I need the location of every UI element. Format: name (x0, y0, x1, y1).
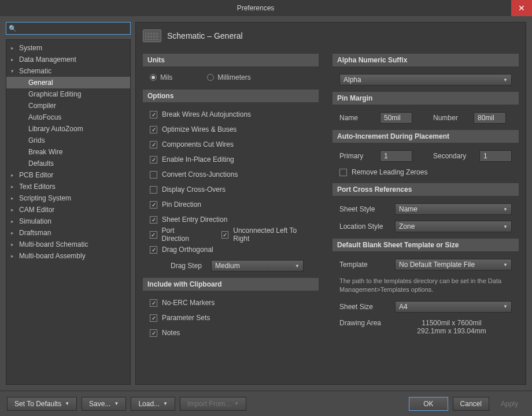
section-port-cross: Port Cross References (332, 183, 519, 196)
label-optimize: Optimize Wires & Buses (162, 125, 237, 133)
left-column: Units Mils Millimeters Options Break Wir… (143, 51, 319, 339)
checkbox-convert-cross[interactable] (150, 171, 157, 179)
cancel-button[interactable]: Cancel (453, 397, 489, 411)
tree-label: AutoFocus (27, 113, 61, 121)
search-input[interactable] (19, 24, 128, 32)
tree-item-multi-board-schematic[interactable]: ▸Multi-board Schematic (6, 239, 130, 250)
label-secondary: Secondary (433, 152, 474, 160)
checkbox-port-dir[interactable] (150, 231, 157, 239)
import-button[interactable]: Import From...▼ (180, 397, 246, 411)
label-inplace: Enable In-Place Editing (162, 155, 234, 164)
footer-bar: Set To Defaults▼ Save...▼ Load...▼ Impor… (0, 391, 532, 416)
checkbox-pin-dir[interactable] (150, 201, 157, 209)
units-radio-row: Mils Millimeters (143, 72, 319, 83)
tree-item-schematic[interactable]: ▾Schematic (6, 65, 130, 77)
tree-item-system[interactable]: ▸System (6, 42, 130, 54)
drawing-area-values: 11500mil x 7600mil 292.1mm x 193.04mm (391, 319, 512, 335)
tree-item-graphical-editing[interactable]: Graphical Editing (6, 88, 130, 100)
dropdown-alpha-suffix[interactable]: Alpha ▼ (339, 74, 512, 86)
label-drag-orth: Drag Orthogonal (162, 246, 213, 254)
sheet-style-value: Name (399, 205, 418, 213)
tree-item-grids[interactable]: Grids (6, 135, 130, 146)
dropdown-location-style[interactable]: Zone ▼ (395, 221, 512, 232)
chevron-down-icon: ▼ (503, 77, 508, 83)
dropdown-sheet-style[interactable]: Name ▼ (395, 203, 512, 215)
label-location-style: Location Style (339, 222, 389, 231)
tree-item-text-editors[interactable]: ▸Text Editors (6, 181, 130, 192)
tree-item-cam-editor[interactable]: ▸CAM Editor (6, 204, 130, 216)
chevron-down-icon: ▼ (295, 263, 300, 269)
checkbox-display-cross[interactable] (150, 186, 157, 194)
tree-label: Draftsman (18, 229, 51, 237)
input-pm-number[interactable] (474, 112, 506, 124)
checkbox-inplace[interactable] (150, 156, 157, 164)
checkbox-drag-orth[interactable] (150, 246, 157, 254)
input-pm-name[interactable] (380, 112, 412, 124)
apply-button[interactable]: Apply (494, 397, 525, 411)
tree-item-defaults[interactable]: Defaults (6, 158, 130, 169)
label-sheet-size: Sheet Size (339, 303, 389, 311)
columns: Units Mils Millimeters Options Break Wir… (143, 51, 519, 339)
tree-item-compiler[interactable]: Compiler (6, 100, 130, 112)
tree-item-autofocus[interactable]: AutoFocus (6, 112, 130, 123)
chevron-down-icon: ▼ (114, 401, 119, 406)
dropdown-template[interactable]: No Default Template File ▼ (395, 259, 512, 270)
tree-item-draftsman[interactable]: ▸Draftsman (6, 227, 130, 239)
radio-mm-label: Millimeters (217, 73, 250, 81)
caret-right-icon: ▸ (11, 184, 18, 190)
preferences-window: Preferences ✕ 🔍 ▸System▸Data Management▾… (0, 0, 532, 416)
label-display-cross: Display Cross-Overs (162, 185, 226, 194)
sheet-size-value: A4 (399, 303, 408, 311)
input-primary[interactable] (380, 150, 412, 162)
tree-label: Library AutoZoom (27, 125, 83, 133)
window-title: Preferences (0, 4, 511, 12)
section-alpha: Alpha Numeric Suffix (332, 54, 519, 66)
save-button[interactable]: Save...▼ (82, 397, 126, 411)
tree-item-simulation[interactable]: ▸Simulation (6, 216, 130, 227)
tree-label: General (27, 79, 53, 87)
tree-item-break-wire[interactable]: Break Wire (6, 146, 130, 158)
label-unconnected: Unconnected Left To Right (233, 226, 312, 243)
caret-right-icon: ▸ (11, 57, 18, 62)
input-secondary[interactable] (479, 150, 512, 162)
tree-item-pcb-editor[interactable]: ▸PCB Editor (6, 169, 130, 181)
label-no-erc: No-ERC Markers (162, 299, 215, 307)
ok-button[interactable]: OK (409, 397, 448, 411)
chevron-down-icon: ▼ (503, 224, 508, 229)
checkbox-sheet-entry[interactable] (150, 216, 157, 224)
set-defaults-button[interactable]: Set To Defaults▼ (7, 397, 77, 411)
titlebar: Preferences ✕ (0, 0, 532, 16)
checkbox-cut-wires[interactable] (150, 141, 157, 148)
checkbox-no-erc[interactable] (150, 299, 157, 307)
checkbox-remove-zero[interactable] (339, 169, 347, 176)
checkbox-param-sets[interactable] (150, 314, 157, 322)
tree-item-data-management[interactable]: ▸Data Management (6, 54, 130, 65)
caret-right-icon: ▸ (11, 45, 18, 51)
radio-millimeters[interactable]: Millimeters (207, 73, 250, 81)
tree-item-library-autozoom[interactable]: Library AutoZoom (6, 123, 130, 135)
tree-label: Schematic (18, 67, 51, 75)
dropdown-sheet-size[interactable]: A4 ▼ (395, 301, 512, 313)
label-notes: Notes (162, 329, 180, 337)
sidebar: 🔍 ▸System▸Data Management▾SchematicGener… (6, 22, 131, 385)
tree-item-multi-board-assembly[interactable]: ▸Multi-board Assembly (6, 250, 130, 262)
section-options: Options (143, 90, 319, 102)
nav-tree[interactable]: ▸System▸Data Management▾SchematicGeneral… (6, 39, 131, 385)
chevron-down-icon: ▼ (503, 207, 508, 212)
load-button[interactable]: Load...▼ (131, 397, 175, 411)
tree-item-scripting-system[interactable]: ▸Scripting System (6, 192, 130, 204)
checkbox-break-wires[interactable] (150, 111, 157, 118)
dropdown-drag-step[interactable]: Medium ▼ (211, 260, 304, 272)
close-button[interactable]: ✕ (511, 0, 532, 16)
label-template: Template (339, 261, 389, 269)
tree-item-general[interactable]: General (6, 77, 130, 88)
radio-mils[interactable]: Mils (150, 73, 172, 81)
chevron-down-icon: ▼ (503, 262, 508, 268)
search-box[interactable]: 🔍 (6, 22, 131, 35)
tree-label: Multi-board Schematic (18, 240, 88, 248)
checkbox-notes[interactable] (150, 329, 157, 337)
drag-step-value: Medium (215, 262, 240, 270)
section-blank-sheet: Default Blank Sheet Template or Size (332, 239, 519, 251)
checkbox-unconnected[interactable] (221, 231, 229, 239)
checkbox-optimize[interactable] (150, 126, 157, 133)
